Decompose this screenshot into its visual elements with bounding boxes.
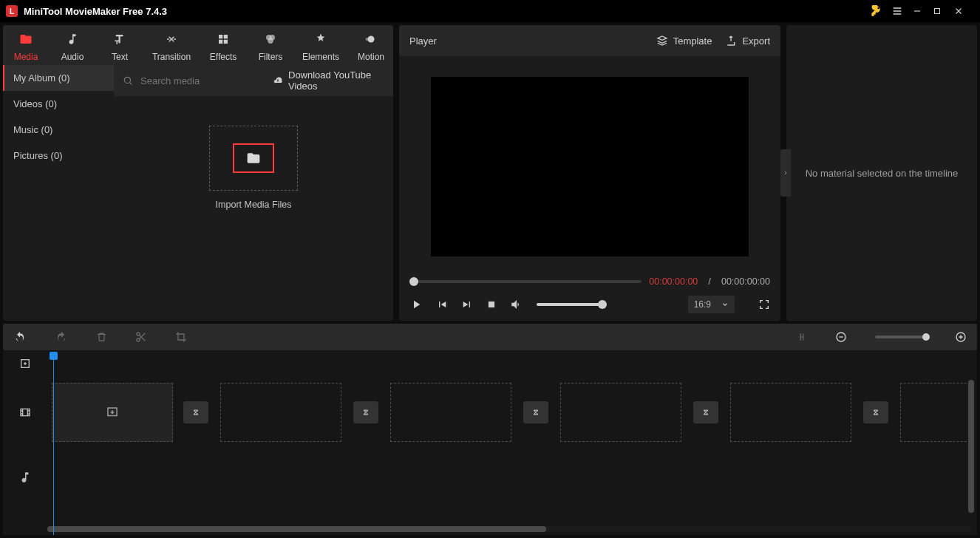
media-categories: My Album (0) Videos (0) Music (0) Pictur…: [3, 65, 114, 309]
audio-track-icon: [3, 471, 47, 484]
tool-tabs: Media Audio Text Transition Effects Filt…: [3, 25, 393, 65]
tab-label: Transition: [152, 52, 191, 62]
transition-slot[interactable]: [860, 383, 891, 442]
stop-button[interactable]: [486, 299, 497, 310]
timeline-toolbar: [3, 324, 977, 350]
clip-slot[interactable]: [220, 383, 341, 442]
zoom-out-button[interactable]: [835, 331, 847, 343]
clip-slot[interactable]: [52, 383, 173, 442]
split-button[interactable]: [135, 331, 147, 343]
timeline-hscroll[interactable]: [47, 526, 971, 532]
video-preview: [431, 77, 749, 256]
template-icon: [656, 35, 668, 47]
svg-point-9: [366, 38, 370, 41]
media-cat-pictures[interactable]: Pictures (0): [3, 143, 114, 168]
transition-icon: [164, 31, 179, 47]
clip-slot[interactable]: [730, 383, 851, 442]
import-folder-icon: [233, 143, 274, 173]
tab-text[interactable]: Text: [96, 31, 143, 62]
video-track-icon: [3, 406, 47, 418]
transition-icon: [693, 401, 718, 423]
add-track-button[interactable]: [3, 358, 47, 370]
elements-icon: [314, 31, 327, 47]
audio-track[interactable]: [47, 448, 977, 507]
menu-icon[interactable]: [891, 5, 912, 17]
transition-icon: [863, 401, 888, 423]
app-logo: L: [6, 5, 18, 17]
fullscreen-button[interactable]: [758, 299, 770, 310]
media-panel: Media Audio Text Transition Effects Filt…: [3, 25, 393, 321]
next-frame-button[interactable]: [461, 299, 473, 310]
transition-icon: [523, 401, 548, 423]
zoom-slider[interactable]: [875, 336, 927, 338]
video-track[interactable]: [47, 377, 977, 448]
download-youtube-link[interactable]: Download YouTube Videos: [272, 69, 384, 92]
yt-label: Download YouTube Videos: [288, 69, 384, 92]
cloud-download-icon: [272, 75, 284, 86]
zoom-in-button[interactable]: [955, 331, 967, 343]
crop-button[interactable]: [175, 331, 187, 343]
timeline-ruler[interactable]: [47, 350, 977, 377]
clip-slot[interactable]: [390, 383, 511, 442]
timeline[interactable]: [3, 350, 977, 535]
media-cat-videos[interactable]: Videos (0): [3, 91, 114, 117]
undo-button[interactable]: [13, 331, 27, 343]
minimize-button[interactable]: [912, 6, 933, 16]
svg-rect-1: [219, 35, 222, 38]
close-button[interactable]: [953, 6, 974, 16]
delete-button[interactable]: [96, 331, 107, 343]
template-label: Template: [673, 35, 712, 47]
aspect-ratio-select[interactable]: 16:9: [688, 296, 735, 313]
transition-icon: [353, 401, 378, 423]
transition-slot[interactable]: [180, 383, 211, 442]
tab-effects[interactable]: Effects: [200, 31, 247, 62]
export-icon: [725, 35, 737, 47]
app-title: MiniTool MovieMaker Free 7.4.3: [24, 6, 167, 17]
transition-slot[interactable]: [690, 383, 721, 442]
tab-audio[interactable]: Audio: [49, 31, 96, 62]
media-cat-album[interactable]: My Album (0): [3, 65, 114, 91]
prev-frame-button[interactable]: [436, 299, 448, 310]
redo-button[interactable]: [55, 331, 68, 343]
tab-label: Audio: [61, 52, 84, 62]
play-button[interactable]: [409, 298, 423, 311]
import-media-button[interactable]: [209, 126, 298, 191]
key-icon[interactable]: [871, 5, 891, 17]
maximize-button[interactable]: [933, 7, 953, 16]
tab-media[interactable]: Media: [3, 31, 49, 62]
svg-rect-4: [224, 40, 228, 44]
tab-elements[interactable]: Elements: [294, 31, 347, 62]
clip-slot[interactable]: [560, 383, 681, 442]
media-cat-music[interactable]: Music (0): [3, 117, 114, 143]
template-button[interactable]: Template: [656, 35, 712, 47]
search-icon: [123, 75, 133, 86]
properties-panel: No material selected on the timeline: [786, 25, 977, 321]
tab-label: Elements: [302, 52, 339, 62]
search-input[interactable]: [140, 75, 265, 86]
tab-label: Motion: [358, 52, 384, 62]
export-button[interactable]: Export: [725, 35, 770, 47]
tab-filters[interactable]: Filters: [247, 31, 294, 62]
playhead[interactable]: [53, 353, 54, 535]
svg-rect-17: [21, 409, 30, 415]
effects-icon: [217, 31, 230, 47]
volume-slider[interactable]: [537, 303, 603, 306]
seek-slider[interactable]: [409, 280, 642, 283]
export-label: Export: [742, 35, 770, 47]
clip-slot[interactable]: [900, 383, 974, 442]
tab-transition[interactable]: Transition: [143, 31, 200, 62]
tab-label: Media: [14, 52, 38, 62]
svg-rect-0: [935, 9, 940, 14]
total-time: 00:00:00:00: [721, 276, 770, 287]
tab-motion[interactable]: Motion: [347, 31, 395, 62]
transition-slot[interactable]: [350, 383, 381, 442]
player-panel: Player Template Export 00:00:00:00 / 00:…: [399, 25, 780, 321]
fit-button[interactable]: [797, 331, 807, 343]
svg-rect-3: [219, 40, 222, 44]
motion-icon: [364, 31, 378, 47]
expand-panel-button[interactable]: [780, 149, 791, 197]
transition-slot[interactable]: [520, 383, 551, 442]
timeline-vscroll[interactable]: [968, 380, 974, 513]
volume-icon[interactable]: [510, 298, 523, 311]
text-icon: [112, 31, 127, 47]
